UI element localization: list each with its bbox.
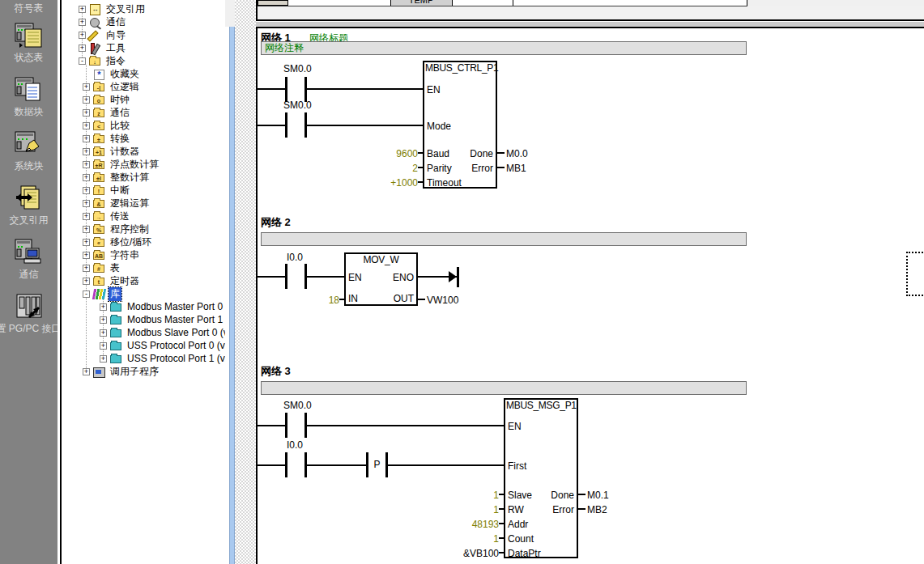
tree-item-label[interactable]: 中断 <box>109 184 131 197</box>
tree-item-调用子程序[interactable]: +调用子程序 <box>62 365 225 378</box>
tree-item-label[interactable]: 收藏夹 <box>109 67 141 81</box>
instruction-tree-panel[interactable]: +↔交叉引用+通信+向导+工具-↓指令+*收藏夹+-|位逻辑+o时钟+z通信+<… <box>62 0 225 564</box>
expand-toggle-icon[interactable]: + <box>83 213 90 220</box>
expand-toggle-icon[interactable]: + <box>79 19 86 26</box>
dataptr-value[interactable]: &VB100 <box>442 548 499 559</box>
expand-toggle-icon[interactable]: + <box>100 329 107 337</box>
done-operand[interactable]: M0.1 <box>587 490 609 501</box>
network-1-comment[interactable]: 网络注释 <box>261 41 747 55</box>
tree-item-label[interactable]: 位逻辑 <box>109 80 141 94</box>
tree-item-label[interactable]: 字符串 <box>109 248 141 262</box>
tree-item-USS Protocol Port 0 (v2.3[interactable]: +USS Protocol Port 0 (v2.3 <box>62 339 225 352</box>
mbus-ctrl-block[interactable]: MBUS_CTRL_P1 EN Mode Baud Parity Timeout… <box>423 61 497 189</box>
expand-toggle-icon[interactable]: + <box>83 368 90 375</box>
parity-value[interactable]: 2 <box>361 163 418 174</box>
viewbar-item-4[interactable]: 系统块 <box>0 130 57 173</box>
mbus-msg-block[interactable]: MBUS_MSG_P1 EN First Slave RW Addr Count… <box>504 398 578 558</box>
no-contact-sm00[interactable] <box>285 413 307 438</box>
variable-table-row-selector[interactable] <box>258 0 288 6</box>
expand-toggle-icon[interactable]: + <box>83 187 90 194</box>
expand-toggle-icon[interactable]: + <box>100 303 107 311</box>
collapse-toggle-icon[interactable]: - <box>79 57 86 65</box>
expand-toggle-icon[interactable]: + <box>83 226 90 233</box>
tree-item-字符串[interactable]: +AB字符串 <box>62 248 225 261</box>
baud-value[interactable]: 9600 <box>361 148 418 159</box>
collapse-toggle-icon[interactable]: - <box>83 290 90 298</box>
tree-item-浮点数计算[interactable]: +±R浮点数计算 <box>62 158 225 171</box>
tree-item-比较[interactable]: +<比较 <box>62 119 225 132</box>
tree-item-label[interactable]: 比较 <box>109 119 131 133</box>
tree-item-整数计算[interactable]: +±I整数计算 <box>62 171 225 184</box>
count-value[interactable]: 1 <box>442 533 499 545</box>
tree-item-通信[interactable]: +z通信 <box>62 106 225 119</box>
error-operand[interactable]: MB1 <box>506 163 526 174</box>
tree-item-label[interactable]: 整数计算 <box>109 171 151 184</box>
tree-item-Modbus Master Port 1 (v1[interactable]: +Modbus Master Port 1 (v1 <box>62 313 225 326</box>
tree-item-label[interactable]: Modbus Slave Port 0 (v1.0 <box>126 327 225 338</box>
tree-item-label[interactable]: 通信 <box>109 106 131 120</box>
tree-item-label[interactable]: 通信 <box>104 15 127 29</box>
tree-item-工具[interactable]: +工具 <box>62 41 225 54</box>
contact-operand[interactable]: SM0.0 <box>283 100 312 111</box>
tree-item-label[interactable]: 定时器 <box>109 274 141 288</box>
tree-item-label[interactable]: 转换 <box>109 132 131 146</box>
tree-item-转换[interactable]: +±转换 <box>62 132 225 145</box>
expand-toggle-icon[interactable]: + <box>83 239 90 246</box>
expand-toggle-icon[interactable]: + <box>83 278 90 285</box>
expand-toggle-icon[interactable]: + <box>83 96 90 104</box>
out-operand[interactable]: VW100 <box>427 295 458 306</box>
tree-item-label[interactable]: USS Protocol Port 1 (v2.3 <box>126 353 225 364</box>
viewbar-item-6[interactable]: 通信 <box>0 239 57 282</box>
expand-toggle-icon[interactable]: + <box>83 135 90 142</box>
tree-item-label[interactable]: 移位/循环 <box>109 235 153 249</box>
ladder-editor[interactable]: 网络 1 网络标题 网络注释 SM0.0 SM0.0 MBUS_CTRL_P1 … <box>256 27 924 564</box>
tree-item-移位/循环[interactable]: +«移位/循环 <box>62 235 225 248</box>
viewbar-item-2[interactable]: 状态表 <box>0 22 57 65</box>
tree-item-label[interactable]: Modbus Master Port 1 (v1 <box>126 314 225 325</box>
tree-item-USS Protocol Port 1 (v2.3[interactable]: +USS Protocol Port 1 (v2.3 <box>62 352 225 365</box>
tree-item-label[interactable]: 工具 <box>104 41 127 55</box>
expand-toggle-icon[interactable]: + <box>83 174 90 181</box>
error-operand[interactable]: MB2 <box>587 504 607 515</box>
tree-item-指令[interactable]: -↓指令 <box>62 54 225 67</box>
expand-toggle-icon[interactable]: + <box>83 200 90 207</box>
contact-operand[interactable]: I0.0 <box>287 439 303 451</box>
in-value[interactable]: 18 <box>283 295 339 306</box>
tree-item-label[interactable]: 调用子程序 <box>109 365 160 379</box>
no-contact-sm00[interactable] <box>285 77 307 102</box>
tree-item-label[interactable]: 库 <box>109 287 121 301</box>
tree-item-传送[interactable]: +→传送 <box>62 210 225 223</box>
expand-toggle-icon[interactable]: + <box>83 148 90 155</box>
tree-item-label[interactable]: Modbus Master Port 0 (v1 <box>126 301 225 312</box>
tree-item-label[interactable]: 时钟 <box>109 93 131 107</box>
vertical-splitter[interactable] <box>229 27 235 564</box>
tree-item-Modbus Master Port 0 (v1[interactable]: +Modbus Master Port 0 (v1 <box>62 300 225 313</box>
no-contact-i00[interactable] <box>285 264 307 289</box>
expand-toggle-icon[interactable]: + <box>79 6 86 13</box>
network-2-comment[interactable] <box>261 232 747 246</box>
tree-item-向导[interactable]: +向导 <box>62 28 225 41</box>
tree-item-label[interactable]: 逻辑运算 <box>109 197 151 210</box>
tree-item-label[interactable]: 向导 <box>104 28 127 42</box>
tree-item-label[interactable]: 程序控制 <box>109 223 151 236</box>
tree-item-label[interactable]: 表 <box>109 261 121 275</box>
network-3-comment[interactable] <box>261 381 747 395</box>
tree-item-label[interactable]: 计数器 <box>109 145 141 159</box>
no-contact-sm00[interactable] <box>285 112 307 138</box>
viewbar-item-3[interactable]: 数据块 <box>0 76 57 119</box>
timeout-value[interactable]: +1000 <box>361 177 418 189</box>
contact-operand[interactable]: SM0.0 <box>283 63 312 74</box>
tree-item-逻辑运算[interactable]: +&逻辑运算 <box>62 197 225 210</box>
tree-item-Modbus Slave Port 0 (v1.0[interactable]: +Modbus Slave Port 0 (v1.0 <box>62 326 225 339</box>
tree-item-中断[interactable]: +!中断 <box>62 184 225 197</box>
expand-toggle-icon[interactable]: + <box>83 109 90 117</box>
tree-item-label[interactable]: 指令 <box>104 54 127 68</box>
tree-item-时钟[interactable]: +o时钟 <box>62 93 225 106</box>
expand-toggle-icon[interactable]: + <box>83 252 90 259</box>
contact-operand[interactable]: I0.0 <box>287 252 303 263</box>
tree-item-收藏夹[interactable]: +*收藏夹 <box>62 67 225 80</box>
network-2-number[interactable]: 网络 2 <box>261 215 291 230</box>
expand-toggle-icon[interactable]: + <box>100 342 107 350</box>
tree-item-label[interactable]: 浮点数计算 <box>109 158 160 172</box>
expand-toggle-icon[interactable]: + <box>79 32 86 39</box>
